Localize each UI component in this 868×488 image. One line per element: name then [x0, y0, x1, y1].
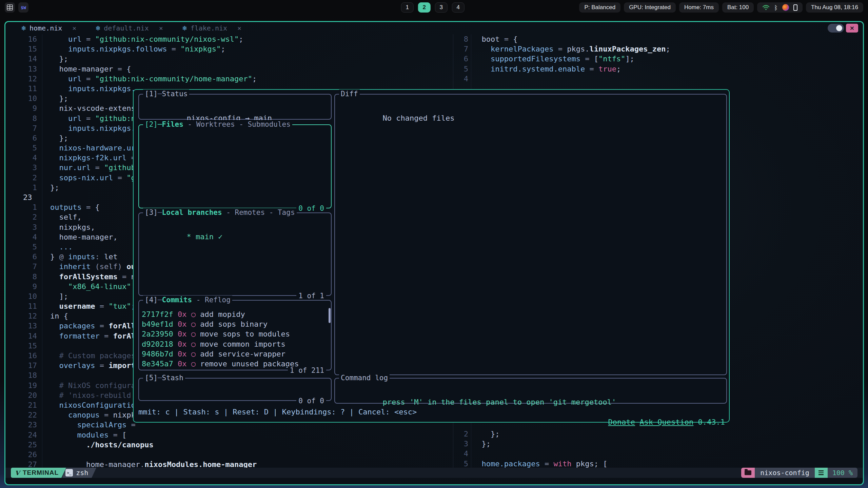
lazygit-keybindings-bar: mmit: c | Stash: s | Reset: D | Keybindi… [138, 407, 417, 417]
code-line: 25 ./hosts/canopus [5, 440, 453, 450]
line-number: 7 [5, 262, 37, 271]
line-number: 11 [5, 84, 37, 94]
lazygit-diff-panel[interactable]: Diff No changed files [334, 94, 727, 375]
code-line: 12 url = "github:nix-community/home-mana… [5, 74, 453, 84]
tab-label: default.nix [104, 24, 149, 32]
code-line: 16 url = "github:nix-community/nixos-wsl… [5, 34, 453, 44]
project-folder-segment [741, 468, 755, 478]
status-pill-gpu[interactable]: GPU: Integrated [624, 2, 676, 13]
line-number: 8 [5, 114, 37, 123]
tab-close-icon[interactable]: × [237, 24, 241, 32]
line-number: 6 [453, 54, 468, 64]
line-number: 12 [5, 74, 37, 84]
workspace-button-3[interactable]: 3 [435, 2, 448, 13]
line-number: 3 [453, 439, 468, 449]
lazygit-branches-panel[interactable]: [3]─Local branches - Remotes - Tags * ma… [138, 212, 332, 296]
editor-pane-right-bottom[interactable]: 2 };3 };45 home.packages = with pkgs; [ [453, 429, 863, 468]
line-number: 13 [5, 64, 37, 74]
launcher-group: $W [5, 2, 28, 13]
stash-count: 0 of 0 [296, 397, 326, 405]
workspace-button-1[interactable]: 1 [401, 2, 414, 13]
line-number: 4 [5, 232, 37, 242]
line-number: 16 [5, 351, 37, 361]
commits-count: 1 of 211 [288, 366, 326, 374]
line-number: 22 [5, 410, 37, 420]
lazygit-stash-panel[interactable]: [5]─Stash 0 of 0 [138, 378, 332, 401]
line-number: 16 [5, 34, 37, 44]
diff-empty-message: No changed files [382, 114, 454, 122]
apps-grid-icon[interactable] [5, 2, 15, 13]
line-number: 23 [5, 192, 37, 202]
lazygit-files-panel[interactable]: [2]─Files - Worktrees - Submodules 0 of … [138, 124, 332, 208]
nix-snowflake-icon: ❄ [182, 24, 188, 32]
tab-flake.nix[interactable]: ❄flake.nix× [179, 24, 245, 32]
commit-row[interactable]: b49ef1d 0x ○ add sops binary [142, 319, 328, 329]
line-number: 13 [5, 321, 37, 331]
code-line: 13 home-manager = { [5, 64, 453, 74]
window-close-button[interactable]: × [846, 24, 858, 33]
status-pill-p[interactable]: P: Balanced [579, 2, 620, 13]
lazygit-command-log-panel[interactable]: Command log press 'M' in the files panel… [334, 378, 727, 404]
line-number: 25 [5, 440, 37, 450]
toggle-knob [836, 25, 842, 31]
clock[interactable]: Thu Aug 08, 18:16 [806, 2, 863, 13]
wezterm-icon[interactable]: $W [18, 2, 28, 13]
workspace-button-2[interactable]: 2 [418, 2, 431, 13]
editor-tab-bar: ❄home.nix×❄default.nix×❄flake.nix× [5, 22, 863, 34]
lazygit-status-panel[interactable]: [1]─Status nixos-config → main [138, 94, 332, 120]
branch-list-item[interactable]: * main ✓ [186, 232, 222, 241]
command-log-message: press 'M' in the files panel to open 'gi… [382, 398, 616, 406]
line-number: 1 [5, 202, 37, 212]
system-tray[interactable]: ᛒ [757, 2, 803, 13]
files-count: 0 of 0 [296, 204, 326, 212]
editor-pane-right-top[interactable]: 8 boot = {7 kernelPackages = pkgs.linuxP… [453, 34, 863, 84]
commit-row[interactable]: 9486b7d 0x ○ add service-wrapper [142, 349, 328, 359]
code-line: 5 home.packages = with pkgs; [ [453, 459, 863, 468]
line-number: 9 [5, 103, 37, 113]
line-number: 4 [453, 449, 468, 459]
nix-snowflake-icon: ❄ [21, 24, 26, 32]
code-line: 8 boot = { [453, 34, 863, 44]
code-line: 4 [453, 449, 863, 459]
code-line: 4 [453, 74, 863, 84]
window-toggle-switch[interactable] [828, 24, 844, 33]
donate-link[interactable]: Donate [608, 418, 635, 426]
tab-label: flake.nix [191, 24, 227, 32]
browser-icon [782, 4, 789, 11]
line-number: 14 [5, 54, 37, 64]
ask-question-link[interactable]: Ask Question [639, 418, 693, 426]
status-pill-bat[interactable]: Bat: 100 [722, 2, 754, 13]
workspace-switcher: 1234 [401, 2, 465, 13]
tab-close-icon[interactable]: × [159, 24, 163, 32]
mode-segment: V TERMINAL [11, 468, 66, 478]
tab-close-icon[interactable]: × [72, 24, 76, 32]
commits-scrollbar[interactable] [329, 308, 331, 323]
lazygit-commits-panel[interactable]: [4]─Commits - Reflog 2717f2f 0x ○ add mo… [138, 300, 332, 370]
line-number: 5 [453, 459, 468, 468]
line-number: 6 [5, 252, 37, 262]
line-number: 8 [5, 272, 37, 282]
editor-statusline: V TERMINAL >_ zsh nixos-config 100 % [5, 468, 863, 478]
status-pill-home[interactable]: Home: 7ms [679, 2, 719, 13]
tab-default.nix[interactable]: ❄default.nix× [92, 24, 166, 32]
line-number: 15 [5, 341, 37, 351]
code-line: 2 }; [453, 429, 863, 439]
desktop-background: $W 1234 P: BalancedGPU: IntegratedHome: … [0, 0, 868, 488]
folder-icon [745, 470, 751, 475]
commit-row[interactable]: 2a23950 0x ○ move sops to modules [142, 329, 328, 339]
diff-panel-title: Diff [339, 89, 360, 98]
commit-row[interactable]: d920218 0x ○ move common imports [142, 339, 328, 349]
files-panel-title: [2]─Files - Worktrees - Submodules [143, 120, 292, 129]
workspace-button-4[interactable]: 4 [452, 2, 465, 13]
top-status-bar: $W 1234 P: BalancedGPU: IntegratedHome: … [0, 0, 868, 15]
branches-count: 1 of 1 [296, 292, 326, 300]
line-number: 5 [5, 143, 37, 153]
commit-list: 2717f2f 0x ○ add mopidyb49ef1d 0x ○ add … [142, 309, 328, 369]
line-number: 3 [5, 163, 37, 172]
tab-home.nix[interactable]: ❄home.nix× [18, 24, 80, 32]
scroll-progress: 100 % [828, 468, 857, 478]
commit-row[interactable]: 2717f2f 0x ○ add mopidy [142, 309, 328, 319]
line-number: 2 [5, 212, 37, 222]
status-panel-title: [1]─Status [143, 89, 189, 98]
line-number: 20 [5, 390, 37, 400]
